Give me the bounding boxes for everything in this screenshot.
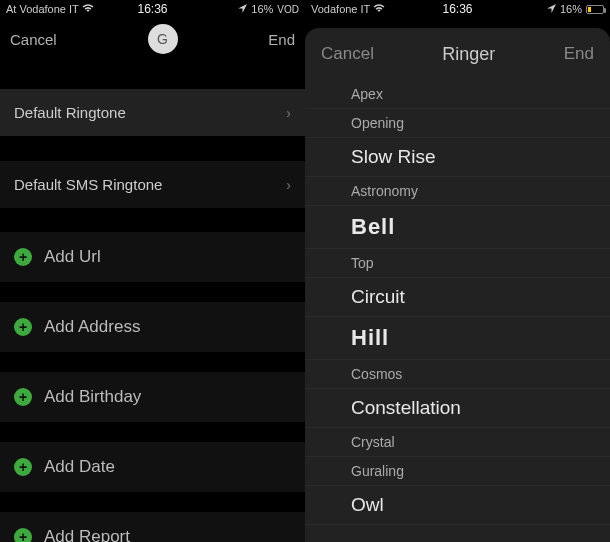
plus-icon: + xyxy=(14,458,32,476)
ringer-item[interactable]: Circuit xyxy=(305,278,610,317)
ringer-item[interactable]: Guraling xyxy=(305,457,610,486)
row-label: Add Url xyxy=(44,247,101,267)
avatar[interactable]: G xyxy=(148,24,178,54)
left-screen: At Vodafone IT 16:36 16% VOD Cancel G En… xyxy=(0,0,305,542)
right-screen: Vodafone IT 16:36 16% Cancel Ringer End … xyxy=(305,0,610,542)
ringer-item[interactable]: Slow Rise xyxy=(305,138,610,177)
default-sms-ringtone-row[interactable]: Default SMS Ringtone › xyxy=(0,160,305,208)
row-label: Add Address xyxy=(44,317,140,337)
plus-icon: + xyxy=(14,528,32,542)
ringer-item[interactable]: Constellation xyxy=(305,389,610,428)
row-label: Add Date xyxy=(44,457,115,477)
cancel-button[interactable]: Cancel xyxy=(321,44,374,64)
clock: 16:36 xyxy=(442,2,472,16)
ringer-sheet: Cancel Ringer End ApexOpeningSlow RiseAs… xyxy=(305,28,610,542)
cancel-button[interactable]: Cancel xyxy=(10,31,57,48)
battery-pct: 16% xyxy=(560,3,582,15)
carrier-label: At Vodafone IT xyxy=(6,3,79,15)
row-label: Default SMS Ringtone xyxy=(14,176,162,193)
row-label: Add Birthday xyxy=(44,387,141,407)
battery-pct: 16% xyxy=(251,3,273,15)
clock: 16:36 xyxy=(137,2,167,16)
end-button[interactable]: End xyxy=(564,44,594,64)
plus-icon: + xyxy=(14,248,32,266)
wifi-icon xyxy=(82,3,94,15)
plus-icon: + xyxy=(14,388,32,406)
ringer-item[interactable]: Hill xyxy=(305,317,610,360)
carrier-label: Vodafone IT xyxy=(311,3,370,15)
add-report-row[interactable]: + Add Report xyxy=(0,512,305,542)
ringer-list[interactable]: ApexOpeningSlow RiseAstronomyBellTopCirc… xyxy=(305,80,610,525)
end-button[interactable]: End xyxy=(268,31,295,48)
add-birthday-row[interactable]: + Add Birthday xyxy=(0,372,305,422)
ringer-item[interactable]: Top xyxy=(305,249,610,278)
row-label: Add Report xyxy=(44,527,130,542)
add-address-row[interactable]: + Add Address xyxy=(0,302,305,352)
status-bar-right: Vodafone IT 16:36 16% xyxy=(305,0,610,18)
add-url-row[interactable]: + Add Url xyxy=(0,232,305,282)
status-bar-left: At Vodafone IT 16:36 16% VOD xyxy=(0,0,305,18)
page-title: Ringer xyxy=(442,44,495,65)
row-label: Default Ringtone xyxy=(14,104,126,121)
extra-label: VOD xyxy=(277,4,299,15)
nav-bar-left: Cancel G End xyxy=(0,18,305,60)
chevron-right-icon: › xyxy=(286,105,291,121)
ringer-item[interactable]: Owl xyxy=(305,486,610,525)
add-date-row[interactable]: + Add Date xyxy=(0,442,305,492)
ringer-item[interactable]: Opening xyxy=(305,109,610,138)
ringer-item[interactable]: Cosmos xyxy=(305,360,610,389)
plus-icon: + xyxy=(14,318,32,336)
default-ringtone-row[interactable]: Default Ringtone › xyxy=(0,88,305,136)
ringer-item[interactable]: Astronomy xyxy=(305,177,610,206)
nav-bar-right: Cancel Ringer End xyxy=(305,28,610,80)
ringer-item[interactable]: Crystal xyxy=(305,428,610,457)
ringer-item[interactable]: Bell xyxy=(305,206,610,249)
ringer-item[interactable]: Apex xyxy=(305,80,610,109)
battery-icon xyxy=(586,5,604,14)
location-icon xyxy=(238,3,247,15)
wifi-icon xyxy=(373,3,385,15)
location-icon xyxy=(547,3,556,15)
chevron-right-icon: › xyxy=(286,177,291,193)
